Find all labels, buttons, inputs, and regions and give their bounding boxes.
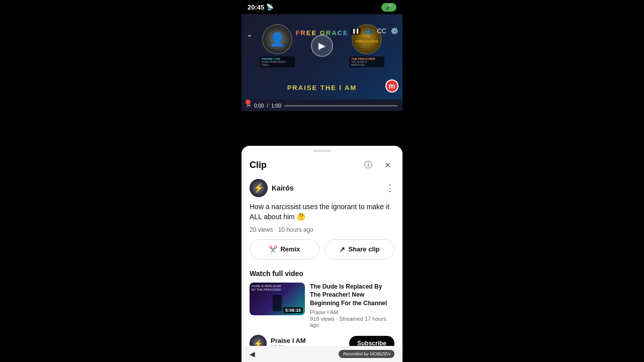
current-time: 0:00 [254,103,264,109]
share-clip-label: Share clip [348,245,379,253]
progress-area: ✂ 0:00 / 1:00 [242,100,403,111]
video-top-controls: 📺 CC ⚙️ [351,27,398,35]
captions-icon[interactable]: CC [377,27,386,35]
modal-header: Clip ⓘ ✕ [242,152,403,176]
video-info: The Dude Is Replaced By The Preacher! Ne… [310,283,394,328]
video-stats: 20 views · 10 hours ago [242,224,403,239]
status-bar-right: 🎤 [381,3,396,12]
video-card[interactable]: DUDE IS REPLACEDBY THE PREACHER! 5:06:16… [242,283,403,335]
total-time: 1:00 [271,103,281,109]
progress-scrubber[interactable] [246,100,251,105]
subscribe-channel-name: Praise I AM [271,337,306,344]
video-card-title: The Dude Is Replaced By The Preacher! Ne… [310,283,394,308]
status-bar: 20:45 📡 🎤 [242,0,403,14]
recorded-badge: Recorded by MOBIZEN [339,350,394,358]
share-clip-button[interactable]: ↗ Share clip [325,239,394,259]
praise-overlay: PRAISE THE I AM [242,84,403,92]
mic-icon: 🎤 [385,4,392,11]
bottom-bar: ◀ Recorded by MOBIZEN [242,346,403,362]
close-icon[interactable]: ✕ [380,158,394,172]
video-thumbnail: DUDE IS REPLACEDBY THE PREACHER! 5:06:16 [250,283,305,315]
clip-modal: Clip ⓘ ✕ ⚡ Kairós ⋮ How a narcissist use… [242,146,403,362]
watch-full-label: Watch full video [242,267,403,283]
video-duration: 5:06:16 [283,307,303,313]
channel-name: Kairós [272,184,294,192]
remix-icon: ✂️ [269,245,277,253]
video-card-stats: 918 views · Streamed 17 hours ago [310,316,394,328]
cast-icon: 📡 [266,4,274,11]
channel-avatar[interactable]: ⚡ [250,179,268,197]
remix-label: Remix [280,245,300,253]
modal-header-icons: ⓘ ✕ [361,158,394,172]
thumb-bg-text: DUDE IS REPLACEDBY THE PREACHER! [252,285,281,292]
cast-screen-icon[interactable]: 📺 [365,27,373,35]
settings-icon[interactable]: ⚙️ [390,27,398,35]
back-button[interactable]: ◀ [250,350,255,358]
time-display: 20:45 [248,4,264,11]
progress-bar[interactable] [284,105,397,107]
mic-badge: 🎤 [381,3,396,12]
video-title: How a narcissist uses the ignorant to ma… [242,202,403,224]
m-badge: m [385,79,398,93]
play-button[interactable]: ▶ [311,35,333,57]
chevron-down-icon[interactable]: ⌄ [247,30,253,38]
status-bar-left: 20:45 📡 [248,4,274,11]
pause-button[interactable] [351,28,361,35]
channel-row: ⚡ Kairós ⋮ [242,176,403,202]
remix-button[interactable]: ✂️ Remix [250,239,319,259]
modal-title: Clip [250,160,267,170]
more-options-icon[interactable]: ⋮ [385,183,394,194]
action-buttons: ✂️ Remix ↗ Share clip [242,239,403,267]
video-area: 👤 PRAISE I AM HOW A NARCISSIST USES... ▶… [242,14,403,100]
info-icon[interactable]: ⓘ [361,158,375,172]
channel-info-left: ⚡ Kairós [250,179,294,197]
share-icon: ↗ [339,245,345,253]
video-card-channel: Praise I AM [310,309,394,315]
